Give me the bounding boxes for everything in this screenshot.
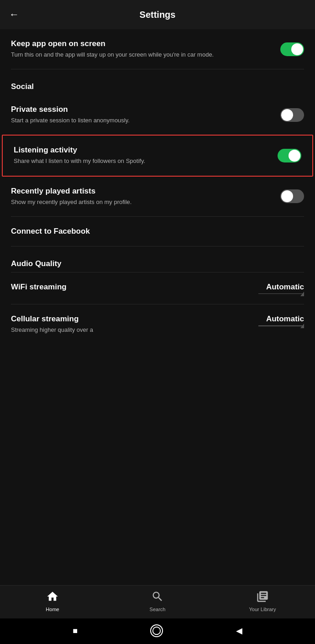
recently-played-text: Recently played artists Show my recently… <box>11 187 280 206</box>
keep-app-open-desc: Turn this on and the app will stay up on… <box>11 51 271 59</box>
toggle-thumb <box>291 43 303 55</box>
cellular-streaming-title: Cellular streaming <box>11 314 249 324</box>
private-session-text: Private session Start a private session … <box>11 105 280 125</box>
nav-item-home[interactable]: Home <box>0 590 105 612</box>
home-icon <box>46 590 59 605</box>
android-nav-bar: ■ ◀ <box>0 618 315 644</box>
recently-played-artists-row[interactable]: Recently played artists Show my recently… <box>0 177 315 216</box>
bottom-nav: Home Search Your Library <box>0 585 315 618</box>
private-session-desc: Start a private session to listen anonym… <box>11 116 271 125</box>
keep-app-open-text: Keep app open on screen Turn this on and… <box>11 39 280 59</box>
search-icon <box>151 590 164 605</box>
page-title: Settings <box>140 10 176 20</box>
private-session-toggle[interactable] <box>280 108 304 122</box>
listening-activity-text: Listening activity Share what I listen t… <box>14 146 278 165</box>
keep-app-open-toggle[interactable] <box>280 42 304 56</box>
back-button[interactable]: ← <box>9 9 19 21</box>
nav-library-label: Your Library <box>249 607 276 612</box>
svg-point-0 <box>153 627 161 635</box>
android-circle-btn[interactable] <box>150 624 163 637</box>
library-icon <box>256 590 269 605</box>
wifi-streaming-title: WiFi streaming <box>11 283 67 292</box>
social-section-heading: Social <box>0 69 315 95</box>
nav-home-label: Home <box>46 607 59 612</box>
settings-content: Keep app open on screen Turn this on and… <box>0 29 315 585</box>
cellular-streaming-text: Cellular streaming Streaming higher qual… <box>11 314 258 334</box>
audio-quality-section-heading: Audio Quality <box>0 246 315 272</box>
cellular-streaming-underline <box>258 325 304 326</box>
private-session-row[interactable]: Private session Start a private session … <box>0 95 315 135</box>
social-heading-text: Social <box>11 82 34 91</box>
nav-item-library[interactable]: Your Library <box>210 590 315 612</box>
listening-activity-desc: Share what I listen to with my followers… <box>14 157 268 165</box>
wifi-streaming-value-container: Automatic <box>258 283 304 294</box>
wifi-streaming-underline <box>258 293 304 294</box>
recently-played-title: Recently played artists <box>11 187 271 196</box>
wifi-streaming-row[interactable]: WiFi streaming Automatic <box>0 272 315 304</box>
recently-played-desc: Show my recently played artists on my pr… <box>11 198 271 206</box>
toggle-thumb <box>289 150 300 162</box>
private-session-title: Private session <box>11 105 271 114</box>
toggle-thumb <box>281 109 293 121</box>
keep-app-open-row[interactable]: Keep app open on screen Turn this on and… <box>0 29 315 69</box>
header: ← Settings <box>0 0 315 29</box>
cellular-streaming-value: Automatic <box>266 314 304 324</box>
android-back-btn[interactable]: ◀ <box>236 626 242 636</box>
android-square-btn[interactable]: ■ <box>73 626 78 636</box>
listening-activity-row[interactable]: Listening activity Share what I listen t… <box>2 135 313 176</box>
cellular-streaming-desc: Streaming higher quality over a <box>11 326 249 334</box>
wifi-streaming-value: Automatic <box>266 283 304 292</box>
recently-played-toggle[interactable] <box>280 189 304 203</box>
connect-facebook-title: Connect to Facebook <box>11 227 304 236</box>
listening-activity-title: Listening activity <box>14 146 268 155</box>
nav-search-label: Search <box>150 607 166 612</box>
nav-item-search[interactable]: Search <box>105 590 210 612</box>
connect-facebook-row[interactable]: Connect to Facebook <box>0 217 315 246</box>
keep-app-open-title: Keep app open on screen <box>11 39 271 48</box>
cellular-streaming-value-container: Automatic <box>258 314 304 326</box>
cellular-streaming-row[interactable]: Cellular streaming Streaming higher qual… <box>0 304 315 344</box>
toggle-thumb <box>281 190 293 202</box>
listening-activity-toggle[interactable] <box>278 149 301 162</box>
audio-quality-heading-text: Audio Quality <box>11 259 62 268</box>
